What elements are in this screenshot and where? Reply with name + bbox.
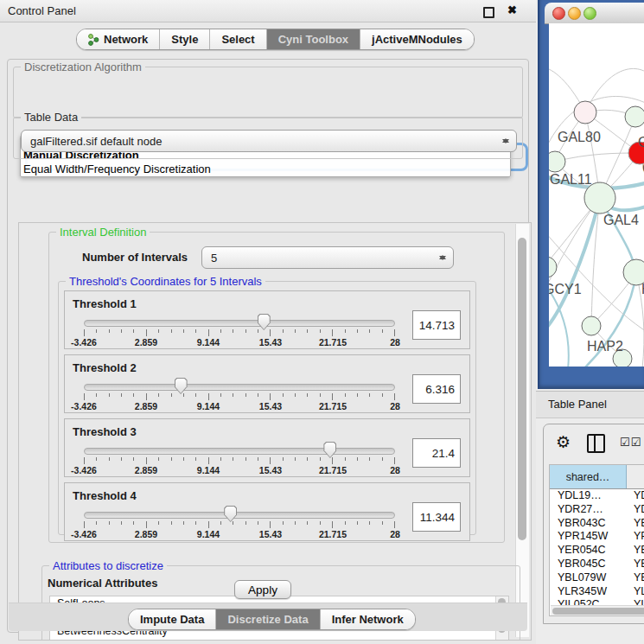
- vertical-scrollbar-thumb[interactable]: [518, 238, 526, 540]
- tick-mark: [394, 393, 395, 400]
- number-of-intervals-label: Number of Intervals: [82, 251, 188, 264]
- tick-mark: [183, 521, 184, 525]
- tick-mark: [270, 329, 271, 336]
- tick-mark: [84, 521, 85, 528]
- control-panel-titlebar: Control Panel ✖: [0, 0, 536, 22]
- tick-mark: [208, 521, 209, 528]
- threshold-value-field[interactable]: 11.344: [412, 502, 461, 532]
- bottom-tab-discretize-data[interactable]: Discretize Data: [216, 609, 320, 629]
- close-icon[interactable]: ✖: [507, 3, 517, 16]
- thresholds-group-label: Threshold's Coordinates for 5 Intervals: [66, 275, 265, 288]
- bottom-tab-infer-network[interactable]: Infer Network: [321, 609, 415, 629]
- tick-mark: [158, 521, 159, 525]
- tab-jactivemnodules[interactable]: jActiveMNodules: [360, 29, 474, 49]
- network-node-gal80[interactable]: [574, 101, 596, 124]
- cell-name: YLR3: [626, 585, 644, 599]
- threshold-value-field[interactable]: 21.4: [412, 438, 461, 468]
- scale-label: 9.144: [197, 401, 220, 411]
- table-row[interactable]: YLR345WYLR3: [550, 585, 644, 599]
- table-row[interactable]: YPR145WYPR1: [550, 530, 644, 544]
- table-row[interactable]: YER054CYER0: [550, 544, 644, 558]
- split-panel-icon[interactable]: [587, 434, 605, 453]
- tick-mark: [394, 457, 395, 464]
- scale-label: 28: [390, 465, 400, 475]
- float-window-icon[interactable]: [483, 7, 494, 18]
- tick-mark: [245, 393, 246, 397]
- threshold-label: Threshold 4: [73, 489, 137, 502]
- minimize-traffic-light-icon[interactable]: [568, 7, 581, 20]
- network-node-top-right[interactable]: [625, 106, 644, 127]
- tick-mark: [146, 457, 147, 464]
- network-canvas[interactable]: GAL80GACGAL11GAL4GCY1HHAP2: [549, 23, 644, 367]
- scale-label: 21.715: [319, 529, 347, 539]
- number-of-intervals-combobox[interactable]: 5: [201, 246, 454, 269]
- cell-name: YBR0: [626, 517, 644, 531]
- tab-label: Style: [171, 33, 198, 46]
- threshold-slider[interactable]: -3.4262.8599.14415.4321.71528: [84, 443, 395, 475]
- network-node-gal11[interactable]: [549, 151, 565, 172]
- slider-track[interactable]: [84, 448, 395, 455]
- table-row[interactable]: YBR043CYBR0: [550, 517, 644, 531]
- tick-mark: [208, 329, 209, 336]
- close-traffic-light-icon[interactable]: [552, 7, 565, 20]
- horizontal-scrollbar-thumb[interactable]: [552, 608, 644, 615]
- slider-handle[interactable]: [258, 314, 271, 330]
- tab-style[interactable]: Style: [160, 29, 210, 49]
- tick-mark: [146, 521, 147, 528]
- table-row[interactable]: YDR27…YDR2: [550, 503, 644, 517]
- table-row[interactable]: YBL079WYBL0: [550, 571, 644, 585]
- network-node-gal4[interactable]: [584, 182, 615, 214]
- discretization-algorithm-group: Discretization Algorithm: [13, 67, 523, 118]
- cell-shared-name: YLR345W: [550, 585, 626, 599]
- tick-mark: [195, 457, 196, 461]
- network-node-gcy1[interactable]: [549, 257, 557, 277]
- column-header-shared-name[interactable]: shared…: [550, 465, 627, 488]
- tick-mark: [283, 393, 284, 397]
- algorithm-option-equal-width[interactable]: Equal Width/Frequency Discretization: [23, 163, 211, 175]
- tick-mark: [84, 457, 85, 464]
- slider-track[interactable]: [84, 512, 395, 519]
- threshold-slider[interactable]: -3.4262.8599.14415.4321.71528: [84, 507, 395, 539]
- checkbox-icon[interactable]: ☑☑: [620, 436, 641, 449]
- zoom-traffic-light-icon[interactable]: [583, 7, 596, 20]
- thresholds-list: Threshold 1-3.4262.8599.14415.4321.71528…: [64, 290, 470, 546]
- table-row[interactable]: YBR045CYBR0: [550, 558, 644, 571]
- slider-handle[interactable]: [323, 442, 336, 458]
- tick-mark: [258, 521, 258, 525]
- network-edge[interactable]: [555, 153, 640, 162]
- slider-handle-face: [175, 379, 187, 393]
- threshold-value-field[interactable]: 6.316: [412, 374, 461, 404]
- gear-icon[interactable]: ⚙: [556, 432, 571, 452]
- tick-mark: [345, 329, 346, 333]
- number-of-intervals-value: 5: [211, 252, 217, 265]
- threshold-box-4: Threshold 4-3.4262.8599.14415.4321.71528…: [64, 482, 470, 541]
- scale-label: 2.859: [135, 465, 157, 475]
- threshold-slider[interactable]: -3.4262.8599.14415.4321.71528: [84, 316, 395, 347]
- tick-mark: [245, 329, 246, 333]
- network-icon: [88, 33, 99, 46]
- threshold-slider[interactable]: -3.4262.8599.14415.4321.71528: [84, 379, 395, 411]
- table-data-combobox[interactable]: galFiltered.sif default node: [21, 130, 517, 152]
- slider-handle[interactable]: [224, 506, 237, 522]
- tick-mark: [394, 329, 395, 336]
- tab-network[interactable]: Network: [77, 29, 160, 49]
- horizontal-scrollbar[interactable]: [551, 605, 644, 615]
- apply-button[interactable]: Apply: [234, 580, 291, 599]
- tick-mark: [258, 393, 258, 397]
- scale-label: -3.426: [71, 465, 97, 475]
- column-header-name[interactable]: na: [627, 465, 644, 488]
- slider-track[interactable]: [84, 384, 395, 391]
- scale-label: 15.43: [259, 529, 282, 539]
- bottom-tab-impute-data[interactable]: Impute Data: [129, 609, 216, 629]
- slider-handle[interactable]: [175, 378, 188, 394]
- table-row[interactable]: YDL19…YDL1: [550, 489, 644, 503]
- tab-cyni-toolbox[interactable]: Cyni Toolbox: [267, 29, 360, 49]
- slider-track[interactable]: [84, 320, 395, 327]
- tab-label: Discretize Data: [227, 613, 308, 626]
- discretization-algorithm-label: Discretization Algorithm: [21, 61, 145, 73]
- tick-mark: [369, 393, 370, 397]
- threshold-value-field[interactable]: 14.713: [412, 310, 461, 340]
- network-node-hap2[interactable]: [582, 316, 601, 335]
- tab-select[interactable]: Select: [210, 29, 266, 49]
- tick-mark: [283, 329, 284, 333]
